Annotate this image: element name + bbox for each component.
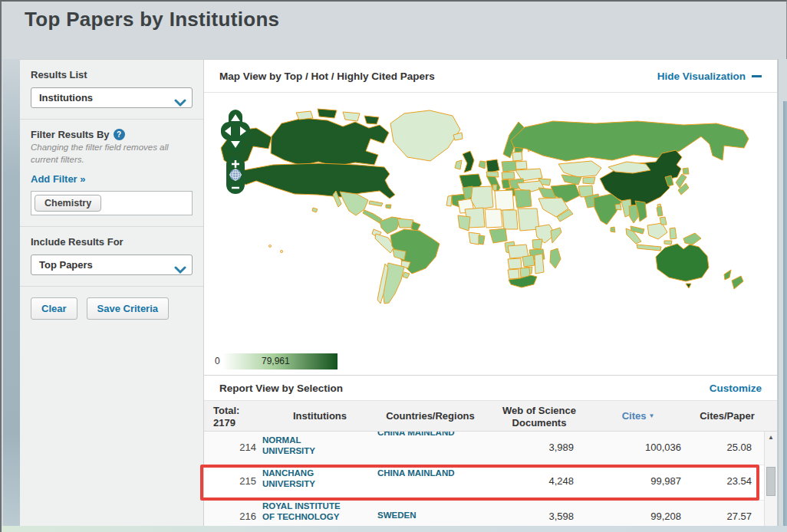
map-region-balkans[interactable] xyxy=(502,179,510,189)
results-list-value: Institutions xyxy=(39,92,93,103)
chevron-down-icon xyxy=(174,261,186,281)
cites-per-paper-cell: 23.54 xyxy=(692,465,762,500)
choropleth-world-map[interactable] xyxy=(204,93,779,375)
filters-sidebar: Results List Institutions Filter Results… xyxy=(20,59,203,527)
map-region-arctic-islands[interactable] xyxy=(296,111,313,120)
help-icon[interactable]: ? xyxy=(114,129,125,140)
table-row[interactable]: 216 ROYAL INSTITUTE OF TECHNOLOGY SWEDEN… xyxy=(204,501,777,527)
map-region-west-africa[interactable] xyxy=(458,215,470,231)
map-region-caribbean[interactable] xyxy=(386,205,391,209)
map-country-bangladesh[interactable] xyxy=(615,204,621,210)
table-scrollbar[interactable]: ▲ xyxy=(764,432,777,527)
scrollbar-thumb[interactable] xyxy=(766,467,775,496)
cites-cell: 99,987 xyxy=(584,465,692,500)
cites-per-paper-cell: 25.08 xyxy=(692,432,762,465)
map-country-portugal[interactable] xyxy=(446,195,452,206)
page-scrollbar[interactable] xyxy=(783,101,787,527)
map-country-angola[interactable] xyxy=(508,258,522,269)
map-country-ghana[interactable] xyxy=(479,235,485,245)
map-region-indonesia-islands[interactable] xyxy=(664,241,672,245)
map-region-baltics[interactable] xyxy=(512,152,522,161)
map-country-ireland[interactable] xyxy=(455,160,462,169)
map-region-alps[interactable] xyxy=(486,172,499,177)
map-region-pacific-islands[interactable] xyxy=(269,245,272,248)
map-region-central-asia[interactable] xyxy=(583,177,595,184)
map-country-somalia[interactable] xyxy=(551,228,561,243)
map-country-kazakhstan[interactable] xyxy=(558,161,601,177)
chevron-down-icon xyxy=(174,94,186,113)
map-country-libya[interactable] xyxy=(495,190,514,211)
map-country-germany[interactable] xyxy=(486,159,499,173)
map-country-chad[interactable] xyxy=(502,210,518,229)
legend-gradient-bar: 79,961 xyxy=(222,353,338,369)
map-pan-zoom-controls[interactable] xyxy=(218,108,253,195)
map-country-greenland[interactable] xyxy=(390,110,460,161)
wos-documents-cell: 3,989 xyxy=(483,432,584,465)
map-country-mozambique[interactable] xyxy=(535,254,544,274)
institution-link[interactable]: NANCHANG UNIVERSITY xyxy=(262,465,348,489)
map-country-japan[interactable] xyxy=(683,168,689,174)
map-country-philippines[interactable] xyxy=(660,217,667,225)
globe-reset-button[interactable] xyxy=(230,169,242,181)
map-country-egypt[interactable] xyxy=(515,190,532,208)
results-list-dropdown[interactable]: Institutions xyxy=(31,87,193,108)
map-country-uruguay[interactable] xyxy=(403,272,410,278)
map-region-pacific-islands[interactable] xyxy=(281,251,283,253)
map-country-mongolia[interactable] xyxy=(608,162,650,173)
filter-label-text: Filter Results By xyxy=(31,129,110,140)
map-region-arctic-islands[interactable] xyxy=(343,112,360,121)
results-list-section: Results List Institutions xyxy=(20,60,203,120)
map-region-arctic-islands[interactable] xyxy=(318,109,337,118)
map-country-belarus[interactable] xyxy=(515,161,527,169)
clear-button[interactable]: Clear xyxy=(31,297,77,320)
map-country-cuba[interactable] xyxy=(369,201,383,206)
map-country-algeria[interactable] xyxy=(471,186,493,209)
add-filter-link[interactable]: Add Filter » xyxy=(31,173,86,185)
table-row-highlighted[interactable]: 215 NANCHANG UNIVERSITY CHINA MAINLAND 4… xyxy=(204,465,777,501)
map-country-sri-lanka[interactable] xyxy=(611,227,615,232)
map-country-philippines[interactable] xyxy=(657,206,663,216)
map-country-niger[interactable] xyxy=(485,209,502,228)
map-region-sulawesi[interactable] xyxy=(670,228,677,239)
column-header-countries: Countries/Regions xyxy=(377,401,483,431)
map-country-tunisia[interactable] xyxy=(492,185,497,191)
map-country-madagascar[interactable] xyxy=(550,248,561,268)
map-region-java[interactable] xyxy=(637,245,661,251)
map-country-uk[interactable] xyxy=(463,151,474,172)
include-results-dropdown[interactable]: Top Papers xyxy=(31,255,193,275)
scrollbar-up-arrow[interactable]: ▲ xyxy=(765,432,777,444)
map-country-bolivia[interactable] xyxy=(393,249,406,260)
institution-link[interactable]: ROYAL INSTITUTE OF TECHNOLOGY xyxy=(262,501,348,522)
column-header-cites[interactable]: Cites▼ xyxy=(584,401,692,431)
map-country-kenya[interactable] xyxy=(532,239,542,249)
map-country-canada[interactable] xyxy=(271,118,389,166)
map-country-venezuela[interactable] xyxy=(397,218,413,228)
map-country-namibia[interactable] xyxy=(508,269,519,279)
map-region-benelux[interactable] xyxy=(479,161,486,169)
map-country-nigeria[interactable] xyxy=(489,228,507,243)
institution-link[interactable]: NORMAL UNIVERSITY xyxy=(262,432,348,456)
map-region-tasmania[interactable] xyxy=(686,284,691,288)
sort-descending-icon: ▼ xyxy=(648,412,654,419)
customize-link[interactable]: Customize xyxy=(710,383,762,394)
cites-sort-label: Cites xyxy=(622,410,647,422)
map-region-central-america[interactable] xyxy=(363,210,382,223)
save-criteria-button[interactable]: Save Criteria xyxy=(87,297,170,320)
map-country-zambia[interactable] xyxy=(522,255,535,267)
table-header-row: Total: 2179 Institutions Countries/Regio… xyxy=(204,400,777,432)
map-country-new-zealand[interactable] xyxy=(732,276,743,289)
sidebar-buttons: Clear Save Criteria xyxy=(20,287,203,330)
table-row[interactable]: 214 NORMAL UNIVERSITY CHINA MAINLAND 3,9… xyxy=(204,432,777,465)
map-country-usa[interactable] xyxy=(239,163,395,199)
map-region-arctic-islands[interactable] xyxy=(364,116,379,124)
map-country-australia[interactable] xyxy=(656,244,709,281)
filter-chip-chemistry[interactable]: Chemistry xyxy=(35,195,101,212)
map-region-central-europe[interactable] xyxy=(502,172,515,179)
map-region-hawaii[interactable] xyxy=(312,208,318,212)
map-region-new-guinea[interactable] xyxy=(683,233,701,245)
map-country-new-zealand[interactable] xyxy=(724,270,731,280)
table-body: 214 NORMAL UNIVERSITY CHINA MAINLAND 3,9… xyxy=(204,432,777,527)
map-country-russia[interactable] xyxy=(511,121,749,161)
map-region-borneo[interactable] xyxy=(647,223,667,239)
hide-visualization-link[interactable]: Hide Visualization xyxy=(657,71,762,82)
